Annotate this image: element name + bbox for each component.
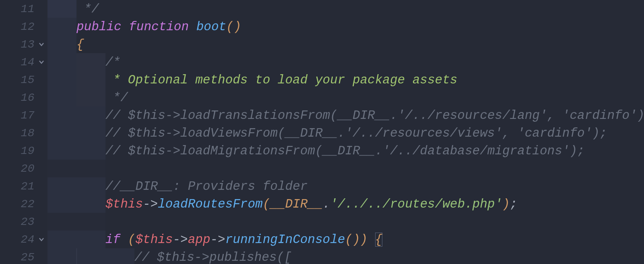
property-app: app: [188, 233, 211, 247]
dot: .: [323, 197, 330, 211]
method-name: boot: [196, 20, 226, 34]
fold-toggle[interactable]: [38, 58, 45, 66]
line-number: 22: [21, 198, 35, 210]
magic-const: __DIR__: [270, 197, 322, 211]
line-number: 25: [21, 251, 35, 264]
keyword-public: public: [76, 20, 122, 34]
comment: // $this->loadMigrationsFrom(__DIR__.'/.…: [105, 144, 585, 158]
arrow: ->: [173, 233, 188, 247]
line-number: 20: [21, 162, 35, 175]
line-number: 19: [21, 145, 35, 157]
code-editor: 11 12 13 14 15 16 17 18 19 20 21 22 23 2…: [0, 0, 644, 264]
variable-this: $this: [135, 233, 173, 247]
code-line[interactable]: [47, 160, 644, 177]
parens: (): [226, 20, 241, 34]
gutter: 11 12 13 14 15 16 17 18 19 20 21 22 23 2…: [0, 0, 47, 264]
keyword-if: if: [105, 233, 120, 247]
line-number: 14: [21, 56, 35, 69]
variable-this: $this: [105, 197, 143, 211]
fold-toggle[interactable]: [38, 41, 45, 48]
line-number: 12: [21, 21, 35, 33]
code-line[interactable]: {: [47, 35, 644, 53]
comment: // $this->loadTranslationsFrom(__DIR__.'…: [105, 108, 644, 123]
code-line[interactable]: [47, 213, 644, 231]
code-line[interactable]: // $this->loadTranslationsFrom(__DIR__.'…: [47, 106, 644, 124]
line-number: 23: [21, 216, 35, 228]
code-line[interactable]: public function boot(): [47, 18, 644, 35]
comment: // $this->publishes([: [134, 250, 292, 264]
line-number: 18: [21, 127, 35, 139]
code-line[interactable]: if ($this->app->runningInConsole()) {: [47, 231, 644, 248]
paren-open: (: [128, 233, 136, 247]
line-number: 11: [21, 3, 35, 15]
paren-close: ): [502, 197, 510, 211]
code-line[interactable]: // $this->loadViewsFrom(__DIR__.'/../res…: [47, 124, 644, 142]
keyword-function: function: [129, 20, 189, 34]
fold-toggle[interactable]: [38, 236, 45, 243]
string: '/../../routes/web.php': [330, 197, 502, 211]
method-call: runningInConsole: [225, 233, 345, 247]
comment: //__DIR__: Providers folder: [105, 179, 308, 193]
line-number: 15: [21, 74, 35, 86]
code-line[interactable]: // $this->loadMigrationsFrom(__DIR__.'/.…: [47, 142, 644, 160]
doc-comment-open: /*: [105, 55, 120, 69]
line-number: 13: [21, 38, 35, 51]
code-line[interactable]: $this->loadRoutesFrom(__DIR__.'/../../ro…: [47, 195, 644, 213]
code-line[interactable]: //__DIR__: Providers folder: [47, 177, 644, 195]
code-line[interactable]: */: [47, 0, 644, 18]
line-number: 21: [21, 180, 35, 193]
method-call: loadRoutesFrom: [158, 197, 262, 211]
paren-close: ): [360, 233, 368, 247]
code-line[interactable]: /*: [47, 53, 644, 71]
comment: */: [76, 2, 99, 16]
code-area[interactable]: */ public function boot() { /* * Optiona…: [47, 0, 644, 264]
line-number: 16: [21, 91, 35, 104]
brace-open: {: [76, 37, 84, 52]
doc-comment: * Optional methods to load your package …: [105, 73, 457, 87]
brace-open: {: [375, 233, 383, 247]
doc-comment-close: */: [105, 91, 128, 105]
paren-open: (: [263, 197, 270, 211]
code-line[interactable]: * Optional methods to load your package …: [47, 71, 644, 89]
code-line[interactable]: */: [47, 89, 644, 106]
comment: // $this->loadViewsFrom(__DIR__.'/../res…: [105, 126, 607, 140]
arrow: ->: [210, 233, 225, 247]
arrow: ->: [143, 197, 158, 211]
line-number: 24: [21, 233, 35, 246]
call-parens: (): [345, 233, 360, 247]
code-line[interactable]: // $this->publishes([: [47, 248, 644, 264]
line-number: 17: [21, 109, 35, 122]
semicolon: ;: [510, 197, 518, 211]
